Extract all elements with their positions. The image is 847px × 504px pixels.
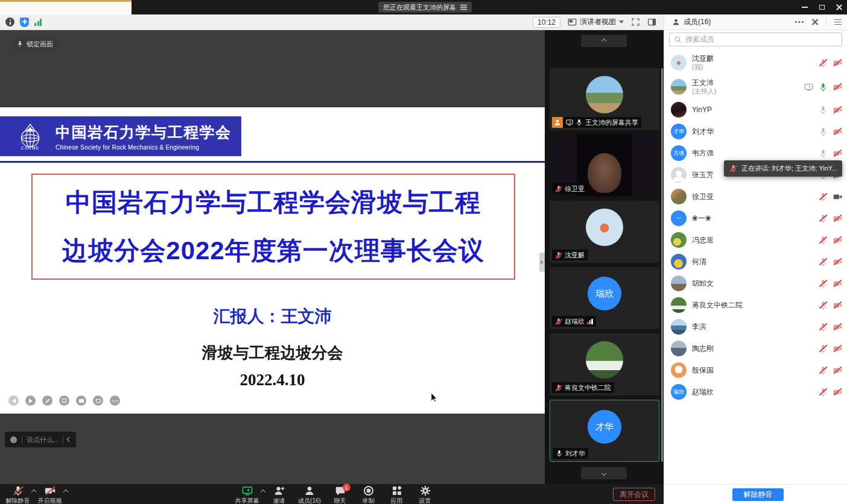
member-row[interactable]: 殷保国 [664, 359, 847, 381]
toolbar-item-record[interactable]: 录制 [354, 485, 382, 504]
avatar [671, 297, 687, 313]
video-tile[interactable]: 徐卫亚 [550, 134, 659, 197]
slide-title-line1: 中国岩石力学与工程学会滑坡与工程 [33, 178, 514, 227]
member-row[interactable]: 沈亚麒(我) [664, 51, 847, 75]
comment-icon [93, 395, 103, 406]
close-button[interactable] [830, 0, 847, 14]
network-signal-icon[interactable] [34, 19, 42, 26]
mic-muted-icon [819, 388, 828, 397]
video-tile[interactable]: 瑞欣 赵瑞欣 [550, 267, 659, 329]
members-icon [304, 485, 315, 496]
mic-muted-icon [555, 185, 562, 192]
fullscreen-icon[interactable] [631, 17, 640, 27]
more-options-icon[interactable] [795, 21, 797, 23]
toolbar-item-apps[interactable]: 应用 [382, 485, 411, 504]
pin-view-button[interactable]: 锁定画面 [11, 37, 59, 51]
gear-icon [420, 485, 431, 496]
toolbar-item-share-screen[interactable]: 共享屏幕 [233, 485, 261, 504]
video-tile[interactable]: 沈亚麒 [550, 201, 659, 263]
strip-scroll-down-button[interactable] [581, 467, 627, 479]
member-row[interactable]: 何清 [664, 251, 847, 272]
slide-date: 2022.4.10 [0, 371, 545, 389]
member-row[interactable]: 王文沛(主持人) [664, 75, 847, 99]
divider [63, 436, 63, 444]
presentation-slide: CSRME 中国岩石力学与工程学会 Chinese Society for Ro… [0, 107, 545, 414]
camera-off-icon [45, 485, 56, 496]
toolbar-item-invite[interactable]: 邀请 [265, 485, 293, 504]
chat-placeholder[interactable]: 说点什么... [27, 435, 59, 444]
emoji-icon[interactable] [10, 436, 17, 444]
presenter-badge-icon [552, 117, 563, 128]
chevron-down-icon [619, 20, 624, 24]
chevron-down-icon [601, 471, 606, 476]
more-icon [110, 395, 120, 406]
video-tile[interactable]: 蒋良文中铁二院 [550, 333, 659, 395]
close-panel-icon[interactable] [811, 19, 818, 25]
leave-meeting-button[interactable]: 离开会议 [613, 488, 655, 501]
member-row[interactable]: YinYP [664, 99, 847, 121]
title-bar: 您正在观看王文沛的屏幕 [0, 0, 847, 14]
mic-idle-icon [819, 127, 828, 136]
pin-label: 锁定画面 [27, 40, 53, 49]
avatar [671, 254, 687, 269]
member-row[interactable]: 才华 刘才华 [664, 121, 847, 142]
member-name: 韦方强 [692, 149, 714, 158]
video-tile[interactable]: 王文沛的屏幕共享 [550, 68, 659, 130]
member-name: 刘才华 [692, 127, 714, 136]
toolbar-item-members[interactable]: 成员(16) [293, 485, 326, 504]
member-row[interactable]: 李滨 [664, 316, 847, 338]
watching-banner[interactable]: 您正在观看王文沛的屏幕 [378, 2, 472, 13]
screen-share-icon [566, 119, 573, 126]
search-icon [674, 36, 682, 43]
view-mode-label: 演讲者视图 [580, 17, 616, 27]
toolbar-item-settings[interactable]: 设置 [411, 485, 439, 504]
panel-menu-icon[interactable] [834, 22, 842, 23]
toolbar-item-start-video[interactable]: 开启视频 [36, 485, 64, 504]
strip-scroll-up-button[interactable] [581, 35, 627, 47]
member-row[interactable]: 蒋良文中铁二院 [664, 294, 847, 316]
member-row[interactable]: 胡卸文 [664, 272, 847, 294]
meeting-toolbar: 10:12 演讲者视图 [0, 14, 664, 30]
camera-off-icon [833, 236, 842, 245]
avatar [586, 341, 623, 379]
quick-chat-input[interactable]: 说点什么... [5, 432, 76, 447]
divider [22, 436, 22, 444]
desktop-strip [0, 0, 132, 14]
search-input[interactable]: 搜索成员 [669, 33, 842, 46]
mic-muted-icon [13, 485, 24, 496]
toolbar-item-chat[interactable]: 1 聊天 [326, 485, 354, 504]
member-row[interactable]: 冯忠居 [664, 229, 847, 251]
maximize-button[interactable] [813, 0, 830, 14]
society-name-en: Chinese Society for Rock Mechanics & Eng… [56, 144, 232, 151]
tile-label: 刘才华 [565, 449, 585, 458]
menu-icon[interactable] [460, 7, 467, 8]
member-row[interactable]: 陶志刚 [664, 338, 847, 359]
chevron-left-icon[interactable] [67, 437, 72, 442]
toolbar-item-unmute[interactable]: 解除静音 [4, 485, 32, 504]
member-name: YinYP [692, 106, 712, 115]
camera-off-icon [833, 323, 842, 332]
mic-speaking-icon [819, 83, 828, 92]
slide-title-box: 中国岩石力学与工程学会滑坡与工程 边坡分会2022年度第一次理事长会议 [31, 174, 515, 280]
meeting-info-icon[interactable] [5, 17, 14, 27]
society-name-cn: 中国岩石力学与工程学会 [56, 122, 232, 142]
view-mode-select[interactable]: 演讲者视图 [568, 17, 624, 27]
member-name: 王文沛 [692, 78, 716, 87]
security-shield-icon[interactable] [20, 17, 29, 27]
member-panel-footer: 解除静音 [664, 484, 847, 504]
chevron-up-icon[interactable] [63, 490, 68, 494]
member-row[interactable]: 一 ❀一❀ [664, 207, 847, 229]
unmute-button[interactable]: 解除静音 [732, 488, 784, 501]
chevron-left-icon [541, 260, 544, 264]
member-name: 赵瑞欣 [692, 388, 714, 397]
view-controls: 10:12 演讲者视图 [533, 17, 664, 28]
member-row[interactable]: 徐卫亚 [664, 186, 847, 207]
minimize-button[interactable] [796, 0, 813, 14]
strip-collapse-handle[interactable] [539, 253, 545, 272]
member-row[interactable]: 瑞欣 赵瑞欣 [664, 381, 847, 403]
strip-scrollbar[interactable] [661, 68, 663, 462]
member-name: 陶志刚 [692, 344, 714, 353]
avatar: 瑞欣 [588, 277, 621, 310]
video-tile-active-speaker[interactable]: 才华 刘才华 [550, 400, 659, 462]
sidebar-toggle-icon[interactable] [647, 17, 656, 27]
